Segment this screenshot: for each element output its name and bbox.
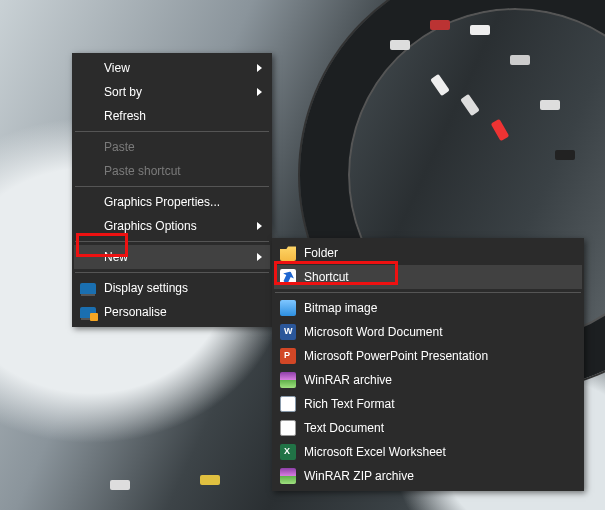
desktop-context-menu: View Sort by Refresh Paste Paste shortcu…	[72, 53, 272, 327]
submenu-item-word-doc[interactable]: W Microsoft Word Document	[274, 320, 582, 344]
winrar-zip-icon	[280, 468, 296, 484]
menu-item-label: Graphics Options	[104, 219, 197, 233]
submenu-arrow-icon	[257, 64, 262, 72]
bitmap-icon	[280, 300, 296, 316]
new-submenu: Folder Shortcut Bitmap image W Microsoft…	[272, 238, 584, 491]
menu-item-new[interactable]: New	[74, 245, 270, 269]
display-settings-icon	[80, 280, 96, 296]
wallpaper-car	[390, 40, 410, 50]
winrar-icon	[280, 372, 296, 388]
menu-separator	[75, 131, 269, 132]
wallpaper-car	[555, 150, 575, 160]
menu-item-label: Sort by	[104, 85, 142, 99]
menu-separator	[75, 272, 269, 273]
submenu-item-rtf[interactable]: Rich Text Format	[274, 392, 582, 416]
wallpaper-car	[470, 25, 490, 35]
submenu-item-powerpoint[interactable]: P Microsoft PowerPoint Presentation	[274, 344, 582, 368]
menu-item-personalise[interactable]: Personalise	[74, 300, 270, 324]
shortcut-icon	[280, 269, 296, 285]
submenu-arrow-icon	[257, 88, 262, 96]
word-icon: W	[280, 324, 296, 340]
excel-icon: X	[280, 444, 296, 460]
submenu-item-winrar[interactable]: WinRAR archive	[274, 368, 582, 392]
menu-item-label: Rich Text Format	[304, 397, 394, 411]
menu-item-label: Folder	[304, 246, 338, 260]
menu-item-label: Microsoft Word Document	[304, 325, 443, 339]
wallpaper-car	[110, 480, 130, 490]
wallpaper-car	[430, 20, 450, 30]
menu-item-label: Refresh	[104, 109, 146, 123]
menu-item-label: Paste	[104, 140, 135, 154]
submenu-arrow-icon	[257, 222, 262, 230]
menu-separator	[75, 241, 269, 242]
wallpaper-car	[510, 55, 530, 65]
menu-separator	[75, 186, 269, 187]
menu-item-display-settings[interactable]: Display settings	[74, 276, 270, 300]
rtf-icon	[280, 396, 296, 412]
menu-item-label: Display settings	[104, 281, 188, 295]
menu-item-sort-by[interactable]: Sort by	[74, 80, 270, 104]
menu-separator	[275, 292, 581, 293]
menu-item-label: WinRAR ZIP archive	[304, 469, 414, 483]
menu-item-label: Shortcut	[304, 270, 349, 284]
menu-item-label: New	[104, 250, 128, 264]
menu-item-paste: Paste	[74, 135, 270, 159]
text-doc-icon	[280, 420, 296, 436]
menu-item-label: Microsoft Excel Worksheet	[304, 445, 446, 459]
menu-item-label: Graphics Properties...	[104, 195, 220, 209]
powerpoint-icon: P	[280, 348, 296, 364]
menu-item-paste-shortcut: Paste shortcut	[74, 159, 270, 183]
submenu-item-bitmap[interactable]: Bitmap image	[274, 296, 582, 320]
menu-item-view[interactable]: View	[74, 56, 270, 80]
menu-item-graphics-properties[interactable]: Graphics Properties...	[74, 190, 270, 214]
menu-item-label: Microsoft PowerPoint Presentation	[304, 349, 488, 363]
wallpaper-car	[200, 475, 220, 485]
menu-item-label: Text Document	[304, 421, 384, 435]
submenu-item-text-doc[interactable]: Text Document	[274, 416, 582, 440]
submenu-item-winrar-zip[interactable]: WinRAR ZIP archive	[274, 464, 582, 488]
menu-item-label: Paste shortcut	[104, 164, 181, 178]
submenu-item-folder[interactable]: Folder	[274, 241, 582, 265]
menu-item-graphics-options[interactable]: Graphics Options	[74, 214, 270, 238]
menu-item-label: View	[104, 61, 130, 75]
folder-icon	[280, 245, 296, 261]
menu-item-label: WinRAR archive	[304, 373, 392, 387]
submenu-item-excel[interactable]: X Microsoft Excel Worksheet	[274, 440, 582, 464]
submenu-item-shortcut[interactable]: Shortcut	[274, 265, 582, 289]
menu-item-label: Bitmap image	[304, 301, 377, 315]
wallpaper-car	[540, 100, 560, 110]
personalise-icon	[80, 304, 96, 320]
menu-item-label: Personalise	[104, 305, 167, 319]
submenu-arrow-icon	[257, 253, 262, 261]
menu-item-refresh[interactable]: Refresh	[74, 104, 270, 128]
